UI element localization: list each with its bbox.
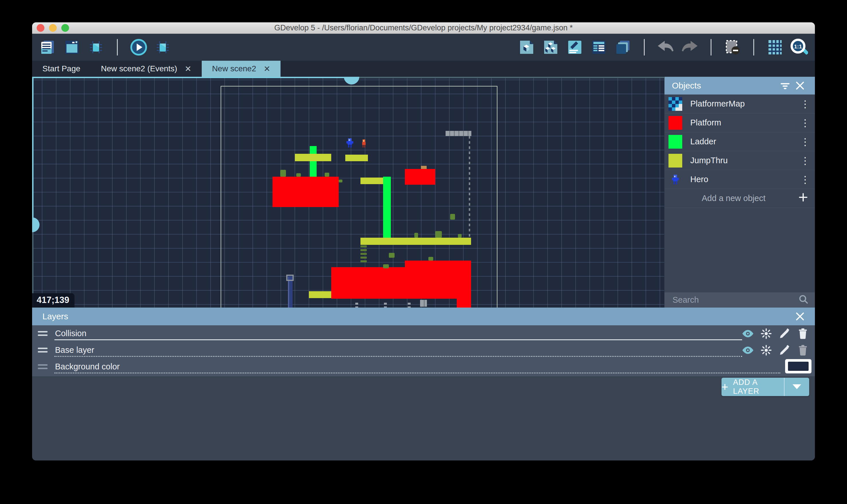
edit-icon[interactable] (775, 342, 794, 359)
instances-list-icon[interactable] (590, 38, 608, 56)
object-row-platformermap[interactable]: PlatformerMap⋮ (665, 94, 815, 113)
trash-icon[interactable] (794, 342, 812, 359)
object-row-jumpthru[interactable]: JumpThru⋮ (665, 151, 815, 170)
scene-object-platform[interactable] (272, 177, 339, 207)
layer-name[interactable]: Background color (55, 362, 120, 372)
scene-object-crate[interactable] (421, 166, 427, 169)
scene-object-jumpthru[interactable] (360, 178, 383, 184)
effects-icon[interactable] (757, 325, 775, 342)
scene-object-veg[interactable] (435, 231, 442, 238)
drag-handle-icon[interactable] (38, 346, 48, 355)
scene-canvas[interactable]: 417;139 (32, 77, 664, 308)
scene-object-veg[interactable] (389, 253, 394, 258)
objects-editor-icon[interactable] (518, 38, 535, 56)
undo-icon[interactable] (657, 38, 674, 56)
layer-row-collision[interactable]: Collision (32, 325, 815, 342)
tab-new-scene2[interactable]: New scene2✕ (202, 61, 281, 77)
object-menu-dots-icon[interactable]: ⋮ (799, 155, 811, 166)
layer-row-base-layer[interactable]: Base layer (32, 342, 815, 359)
add-layer-button[interactable]: + ADD A LAYER (722, 378, 809, 396)
grid-icon[interactable] (766, 38, 784, 56)
scene-object-hero[interactable] (347, 138, 353, 147)
close-icon[interactable] (793, 309, 808, 324)
add-new-object-button[interactable]: Add a new object (665, 189, 815, 208)
horizontal-scrollbar[interactable] (32, 77, 664, 78)
scene-object-veg[interactable] (414, 233, 418, 238)
scene-object-veg[interactable] (458, 234, 462, 238)
screenshot-icon[interactable] (724, 38, 741, 56)
scene-object-veg[interactable] (339, 180, 342, 182)
add-layer-dropdown[interactable] (784, 378, 809, 396)
layer-name-underline (54, 339, 742, 340)
edit-icon[interactable] (775, 325, 794, 342)
close-tab-icon[interactable]: ✕ (184, 64, 191, 74)
object-row-platform[interactable]: Platform⋮ (665, 113, 815, 132)
scene-object-veg[interactable] (325, 173, 329, 177)
eye-icon[interactable] (739, 342, 757, 359)
debug-preview-icon[interactable] (154, 38, 172, 56)
object-name: JumpThru (690, 156, 799, 165)
scene-object-veg[interactable] (450, 214, 455, 220)
play-preview-icon[interactable] (130, 38, 147, 56)
trash-icon[interactable] (794, 325, 812, 342)
scene-object-ladder[interactable] (383, 177, 391, 238)
layer-row-background-color[interactable]: Background color (32, 359, 815, 375)
scene-object-cap[interactable] (286, 275, 294, 281)
search-input[interactable] (672, 295, 798, 305)
scene-object-moss[interactable] (360, 246, 367, 264)
object-row-ladder[interactable]: Ladder⋮ (665, 132, 815, 151)
scene-object-jumpthru[interactable] (360, 238, 471, 245)
zoom-window-button[interactable] (61, 24, 69, 32)
scene-object-ladder[interactable] (310, 146, 317, 177)
filter-icon[interactable] (778, 78, 793, 93)
zoom-original-icon[interactable]: 1:1 (790, 38, 808, 56)
scene-object-veg[interactable] (383, 264, 389, 268)
scene-object-enemy[interactable] (361, 140, 367, 147)
scene-object-chain[interactable] (384, 303, 387, 308)
close-window-button[interactable] (37, 24, 45, 32)
scene-object-platform[interactable] (457, 299, 471, 308)
object-menu-dots-icon[interactable]: ⋮ (799, 136, 811, 147)
tab-new-scene2-events-[interactable]: New scene2 (Events)✕ (91, 61, 202, 77)
object-menu-dots-icon[interactable]: ⋮ (799, 117, 811, 129)
redo-icon[interactable] (681, 38, 699, 56)
eye-icon[interactable] (739, 325, 757, 342)
debugger-icon[interactable] (87, 38, 105, 56)
close-icon[interactable] (793, 78, 808, 93)
minimize-window-button[interactable] (49, 24, 57, 32)
scene-object-veg[interactable] (428, 257, 433, 260)
layer-controls (739, 325, 812, 342)
scene-object-veg[interactable] (280, 170, 286, 177)
add-layer-label: ADD A LAYER (733, 378, 784, 396)
scene-object-pole[interactable] (288, 277, 293, 308)
layers-icon[interactable] (614, 38, 632, 56)
scene-object-bricks[interactable] (420, 300, 427, 307)
scene-object-veg[interactable] (296, 173, 301, 177)
close-tab-icon[interactable]: ✕ (264, 64, 270, 74)
scene-object-platform[interactable] (405, 169, 435, 185)
layer-name[interactable]: Base layer (55, 345, 94, 355)
scene-object-vdash[interactable] (469, 136, 470, 245)
layer-name[interactable]: Collision (55, 329, 87, 338)
objects-panel-header: Objects (665, 77, 815, 94)
properties-icon[interactable] (566, 38, 584, 56)
object-menu-dots-icon[interactable]: ⋮ (799, 174, 811, 185)
effects-icon[interactable] (757, 342, 775, 359)
vertical-scrollbar[interactable] (32, 77, 34, 308)
object-menu-dots-icon[interactable]: ⋮ (799, 98, 811, 110)
scene-object-chain[interactable] (355, 303, 358, 308)
scene-object-platform[interactable] (331, 267, 457, 299)
scene-object-chain[interactable] (408, 303, 411, 308)
drag-handle-icon[interactable] (38, 329, 48, 338)
scene-object-bricks[interactable] (445, 131, 471, 136)
scene-object-jumpthru[interactable] (345, 155, 368, 161)
object-groups-icon[interactable] (542, 38, 560, 56)
scene-object-jumpthru[interactable] (309, 291, 331, 298)
drag-handle-icon[interactable] (38, 362, 48, 371)
scene-object-jumpthru[interactable] (295, 154, 331, 161)
scene-editor-icon[interactable] (63, 38, 81, 56)
object-row-hero[interactable]: Hero⋮ (665, 170, 815, 189)
project-manager-icon[interactable] (39, 38, 57, 56)
tab-start-page[interactable]: Start Page (32, 61, 91, 77)
background-color-swatch[interactable] (785, 359, 811, 374)
